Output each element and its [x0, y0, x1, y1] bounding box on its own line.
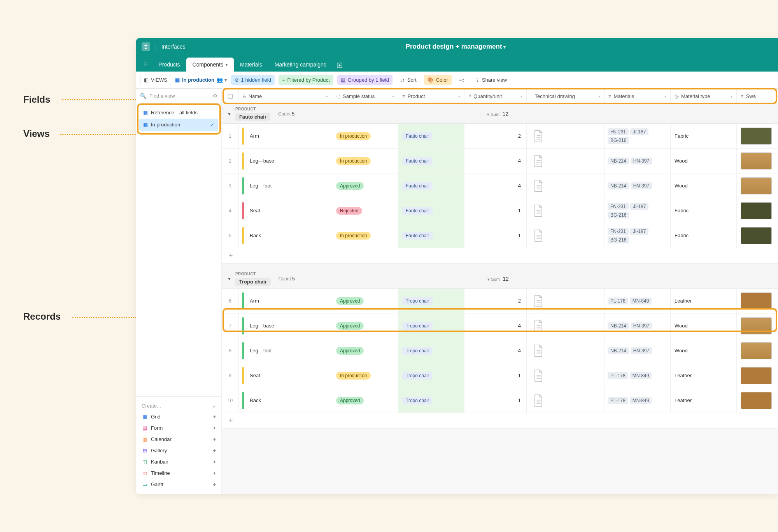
material-chip[interactable]: JI-187: [630, 128, 648, 135]
cell-drawing[interactable]: [527, 124, 605, 148]
find-view[interactable]: 🔍 Find a view ⚙: [136, 89, 221, 103]
color-button[interactable]: 🎨 Color: [424, 75, 452, 85]
cell-status[interactable]: In production: [332, 124, 398, 148]
cell-material-type[interactable]: Wood: [671, 149, 737, 173]
add-record-button[interactable]: +: [222, 248, 778, 264]
cell-material-type[interactable]: Leather: [671, 363, 737, 388]
material-chip[interactable]: HN-397: [631, 322, 652, 329]
cell-name[interactable]: Seat: [239, 198, 332, 223]
cell-product[interactable]: Fauto chair: [398, 149, 464, 173]
tab-components[interactable]: Components▾: [186, 58, 234, 72]
row-number[interactable]: 6: [222, 289, 239, 313]
cell-material-type[interactable]: Wood: [671, 338, 737, 363]
cell-drawing[interactable]: [527, 198, 605, 223]
cell-drawing[interactable]: [527, 313, 605, 338]
sort-button[interactable]: ↓↑ Sort: [396, 75, 420, 85]
cell-materials[interactable]: PL-178MN-849: [605, 363, 671, 388]
row-number[interactable]: 8: [222, 338, 239, 363]
row-number[interactable]: 1: [222, 124, 239, 148]
material-chip[interactable]: HN-397: [631, 347, 652, 354]
workspace-title[interactable]: Product design + management: [185, 43, 726, 51]
column-header[interactable]: ▫Technical drawing▾: [527, 89, 605, 104]
cell-product[interactable]: Tropo chair: [398, 363, 464, 388]
cell-status[interactable]: In production: [332, 363, 398, 388]
cell-drawing[interactable]: [527, 149, 605, 173]
row-number[interactable]: 10: [222, 388, 239, 413]
app-logo-icon[interactable]: [142, 42, 150, 51]
row-number[interactable]: 2: [222, 149, 239, 173]
material-chip[interactable]: MN-849: [630, 397, 652, 404]
cell-status[interactable]: Approved: [332, 313, 398, 338]
create-header[interactable]: Create... ⌄: [140, 401, 217, 411]
tab-materials[interactable]: Materials: [234, 58, 268, 72]
cell-materials[interactable]: PL-178MN-849: [605, 388, 671, 413]
cell-quantity[interactable]: 4: [464, 313, 527, 338]
table-row[interactable]: 8 Leg—foot Approved Tropo chair 4 NB-214…: [222, 338, 778, 363]
cell-material-type[interactable]: Wood: [671, 173, 737, 198]
cell-swatch[interactable]: [737, 173, 778, 198]
share-view-button[interactable]: ⇪ Share view: [472, 75, 510, 85]
cell-name[interactable]: Leg—foot: [239, 173, 332, 198]
material-chip[interactable]: NB-214: [608, 158, 629, 164]
cell-materials[interactable]: FN-231JI-187BG-216: [605, 223, 671, 248]
cell-materials[interactable]: FN-231JI-187BG-216: [605, 198, 671, 223]
material-chip[interactable]: JI-187: [630, 228, 648, 235]
table-row[interactable]: 5 Back In production Fauto chair 1 FN-23…: [222, 223, 778, 248]
settings-icon[interactable]: ⚙: [213, 93, 217, 99]
material-chip[interactable]: JI-187: [630, 203, 648, 210]
cell-product[interactable]: Fauto chair: [398, 173, 464, 198]
cell-swatch[interactable]: [737, 289, 778, 313]
column-header[interactable]: ≡Swa▾: [737, 89, 778, 104]
cell-product[interactable]: Fauto chair: [398, 223, 464, 248]
group-button[interactable]: ▤ Grouped by 1 field: [337, 75, 393, 85]
cell-name[interactable]: Arm: [239, 124, 332, 148]
row-height-button[interactable]: ≡↕: [456, 75, 468, 85]
cell-drawing[interactable]: [527, 173, 605, 198]
cell-name[interactable]: Back: [239, 388, 332, 413]
cell-quantity[interactable]: 1: [464, 198, 527, 223]
column-header[interactable]: AName▾: [239, 89, 332, 104]
cell-name[interactable]: Seat: [239, 363, 332, 388]
current-view[interactable]: ▦ In production 👥 ▾: [175, 77, 227, 83]
cell-material-type[interactable]: Fabric: [671, 124, 737, 148]
cell-materials[interactable]: NB-214HN-397: [605, 149, 671, 173]
cell-swatch[interactable]: [737, 388, 778, 413]
material-chip[interactable]: PL-178: [608, 298, 628, 304]
material-chip[interactable]: FN-231: [608, 203, 629, 210]
create-view-form[interactable]: ▤Form+: [140, 422, 217, 434]
row-number[interactable]: 4: [222, 198, 239, 223]
cell-swatch[interactable]: [737, 149, 778, 173]
cell-materials[interactable]: NB-214HN-397: [605, 173, 671, 198]
table-row[interactable]: 1 Arm In production Fauto chair 2 FN-231…: [222, 124, 778, 149]
cell-material-type[interactable]: Leather: [671, 289, 737, 313]
cell-swatch[interactable]: [737, 313, 778, 338]
create-view-gantt[interactable]: ▭Gantt+: [140, 479, 217, 490]
column-header[interactable]: ◌Sample status▾: [332, 89, 398, 104]
material-chip[interactable]: BG-216: [608, 236, 629, 243]
cell-status[interactable]: Approved: [332, 338, 398, 363]
create-view-gallery[interactable]: ⊞Gallery+: [140, 445, 217, 456]
cell-materials[interactable]: PL-178MN-849: [605, 289, 671, 313]
cell-product[interactable]: Tropo chair: [398, 289, 464, 313]
column-header[interactable]: ≡Materials▾: [605, 89, 671, 104]
material-chip[interactable]: NB-214: [608, 347, 629, 354]
cell-quantity[interactable]: 1: [464, 388, 527, 413]
cell-drawing[interactable]: [527, 338, 605, 363]
table-row[interactable]: 6 Arm Approved Tropo chair 2 PL-178MN-84…: [222, 289, 778, 313]
cell-quantity[interactable]: 2: [464, 124, 527, 148]
create-view-grid[interactable]: ▦Grid+: [140, 411, 217, 422]
cell-status[interactable]: Approved: [332, 289, 398, 313]
material-chip[interactable]: FN-231: [608, 128, 629, 135]
cell-name[interactable]: Leg—foot: [239, 338, 332, 363]
cell-drawing[interactable]: [527, 388, 605, 413]
collapse-icon[interactable]: ▼: [227, 276, 231, 281]
cell-product[interactable]: Fauto chair: [398, 124, 464, 148]
material-chip[interactable]: BG-216: [608, 137, 629, 144]
cell-drawing[interactable]: [527, 363, 605, 388]
material-chip[interactable]: NB-214: [608, 182, 629, 189]
tab-products[interactable]: Products: [152, 58, 186, 72]
material-chip[interactable]: MN-849: [630, 372, 652, 379]
cell-status[interactable]: Approved: [332, 173, 398, 198]
cell-swatch[interactable]: [737, 124, 778, 148]
create-view-calendar[interactable]: ▥Calendar+: [140, 434, 217, 445]
